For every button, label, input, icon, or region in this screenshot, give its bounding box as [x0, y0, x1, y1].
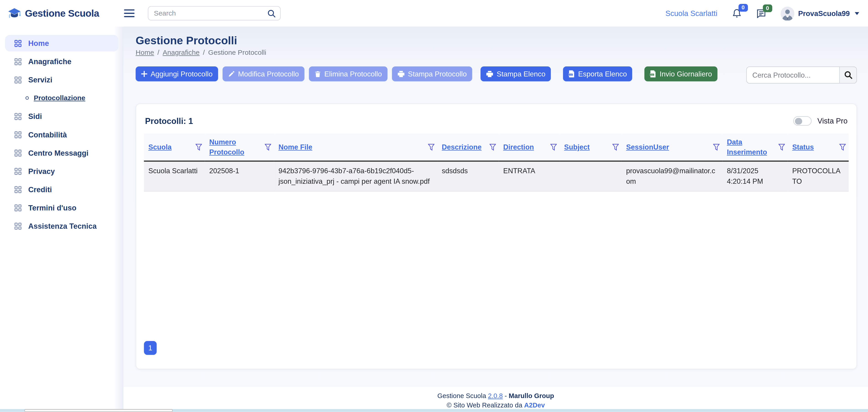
column-header-descrizione[interactable]: Descrizione: [442, 142, 482, 151]
file-csv-icon: csv: [650, 70, 656, 77]
sidebar-item-label: Crediti: [28, 185, 52, 193]
print-protocol-button[interactable]: Stampa Protocollo: [392, 66, 472, 81]
graduation-cap-icon: [8, 7, 21, 20]
footer-line-2: © Sito Web Realizzato da A2Dev: [123, 401, 868, 410]
export-list-button[interactable]: csv Esporta Elenco: [563, 66, 632, 81]
breadcrumb-anagrafiche[interactable]: Anagrafiche: [163, 49, 200, 56]
search-icon[interactable]: [268, 9, 276, 20]
filter-icon[interactable]: [612, 144, 619, 151]
sidebar-subitem-label[interactable]: Protocollazione: [34, 94, 85, 102]
sidebar-item-home[interactable]: Home: [5, 35, 119, 52]
pagination: 1: [144, 341, 849, 355]
sidebar-item-label: Centro Messaggi: [28, 149, 89, 157]
cell-direction: ENTRATA: [499, 161, 560, 191]
user-menu[interactable]: ProvaScuola99: [780, 6, 859, 20]
column-header-data-inserimento[interactable]: Data Inserimento: [727, 138, 767, 156]
column-header-direction[interactable]: Direction: [503, 142, 534, 151]
protocol-search-button[interactable]: [840, 66, 857, 84]
grid-icon: [14, 39, 22, 47]
grid-icon: [14, 204, 22, 211]
toolbar: Aggiungi Protocollo Modifica Protocollo …: [135, 66, 857, 84]
filter-icon[interactable]: [489, 144, 496, 151]
grid-icon: [14, 76, 22, 84]
filter-icon[interactable]: [839, 144, 846, 151]
brand[interactable]: Gestione Scuola: [0, 7, 116, 20]
chevron-down-icon: [855, 12, 859, 14]
printer-icon: [397, 70, 405, 77]
filter-icon[interactable]: [265, 144, 271, 151]
notifications-button[interactable]: 0: [732, 8, 742, 19]
column-header-sessionuser[interactable]: SessionUser: [626, 142, 669, 151]
cell-scuola: Scuola Scarlatti: [144, 161, 205, 191]
app-window: Gestione Scuola Scuola Scarlatti 0: [0, 0, 868, 412]
column-header-subject[interactable]: Subject: [564, 142, 590, 151]
daily-send-button[interactable]: csv Invio Giornaliero: [645, 66, 717, 81]
topbar-right: Scuola Scarlatti 0 0: [665, 6, 868, 20]
username: ProvaScuola99: [798, 9, 850, 17]
column-header-status[interactable]: Status: [792, 142, 814, 151]
footer-line-1: Gestione Scuola 2.0.8 - Marullo Group: [123, 391, 868, 401]
add-protocol-button[interactable]: Aggiungi Protocollo: [135, 66, 218, 81]
school-link[interactable]: Scuola Scarlatti: [665, 9, 717, 17]
delete-protocol-button[interactable]: Elimina Protocollo: [309, 66, 388, 81]
edit-protocol-button[interactable]: Modifica Protocollo: [222, 66, 305, 81]
filter-icon[interactable]: [195, 144, 202, 151]
table-row[interactable]: Scuola Scarlatti 202508-1 942b3796-9796-…: [144, 161, 849, 191]
vista-pro-toggle[interactable]: [794, 116, 812, 126]
app-title: Gestione Scuola: [25, 7, 99, 19]
sidebar-item-label: Termini d'uso: [28, 203, 76, 212]
search-icon: [844, 71, 852, 79]
plus-icon: [141, 71, 148, 77]
sidebar-item-centro-messaggi[interactable]: Centro Messaggi: [5, 145, 119, 161]
cell-numero-protocollo: 202508-1: [205, 161, 274, 191]
sidebar-item-servizi[interactable]: Servizi: [5, 71, 119, 88]
sidebar-item-assistenza-tecnica[interactable]: Assistenza Tecnica: [5, 218, 119, 234]
horizontal-scrollbar[interactable]: [0, 409, 868, 412]
page-title: Gestione Protocolli: [135, 34, 857, 47]
print-list-button[interactable]: Stampa Elenco: [481, 66, 551, 81]
column-header-nome-file[interactable]: Nome File: [278, 142, 312, 151]
breadcrumb-home[interactable]: Home: [135, 49, 154, 56]
version-link[interactable]: 2.0.8: [488, 392, 503, 400]
sidebar-item-label: Servizi: [28, 75, 53, 84]
global-search-input[interactable]: [148, 6, 281, 21]
page-1-button[interactable]: 1: [144, 341, 157, 355]
sidebar-subitem-protocollazione[interactable]: Protocollazione: [5, 90, 119, 106]
toggle-knob: [795, 118, 802, 124]
filter-icon[interactable]: [428, 144, 435, 151]
protocol-search: [746, 66, 857, 84]
messages-badge: 0: [763, 4, 772, 12]
vista-pro-label: Vista Pro: [817, 117, 847, 125]
sidebar-item-label: Anagrafiche: [28, 57, 71, 65]
sidebar-item-contabilita[interactable]: Contabilità: [5, 126, 119, 143]
printer-icon: [486, 70, 493, 77]
sidebar-item-termini-duso[interactable]: Termini d'uso: [5, 199, 119, 216]
sidebar: Home Anagrafiche Servizi Protocollazione…: [0, 27, 123, 412]
avatar: [780, 6, 794, 20]
sidebar-item-privacy[interactable]: Privacy: [5, 163, 119, 180]
filter-icon[interactable]: [713, 144, 720, 151]
protocol-search-input[interactable]: [746, 66, 840, 84]
sidebar-item-label: Assistenza Tecnica: [28, 222, 97, 230]
pencil-icon: [228, 70, 235, 77]
menu-toggle-icon[interactable]: [124, 7, 138, 20]
credits-link[interactable]: A2Dev: [524, 402, 545, 409]
sidebar-item-anagrafiche[interactable]: Anagrafiche: [5, 53, 119, 70]
cell-sessionuser: provascuola99@mailinator.com: [622, 161, 722, 191]
grid-icon: [14, 186, 22, 193]
filter-icon[interactable]: [550, 144, 557, 151]
file-csv-icon: csv: [569, 70, 575, 77]
protocols-table: Scuola Numero Protocollo Nome File Descr…: [144, 133, 849, 192]
filter-icon[interactable]: [778, 144, 785, 151]
scrollbar-thumb[interactable]: [24, 409, 173, 412]
topbar: Gestione Scuola Scuola Scarlatti 0: [0, 0, 868, 27]
grid-icon: [14, 222, 22, 230]
protocol-count: Protocolli: 1: [145, 116, 193, 126]
column-header-numero-protocollo[interactable]: Numero Protocollo: [209, 138, 244, 156]
global-search: [148, 6, 281, 21]
sidebar-item-label: Home: [28, 39, 49, 47]
messages-button[interactable]: 0: [756, 9, 766, 18]
column-header-scuola[interactable]: Scuola: [148, 142, 172, 151]
sidebar-item-crediti[interactable]: Crediti: [5, 181, 119, 198]
sidebar-item-sidi[interactable]: Sidi: [5, 108, 119, 125]
